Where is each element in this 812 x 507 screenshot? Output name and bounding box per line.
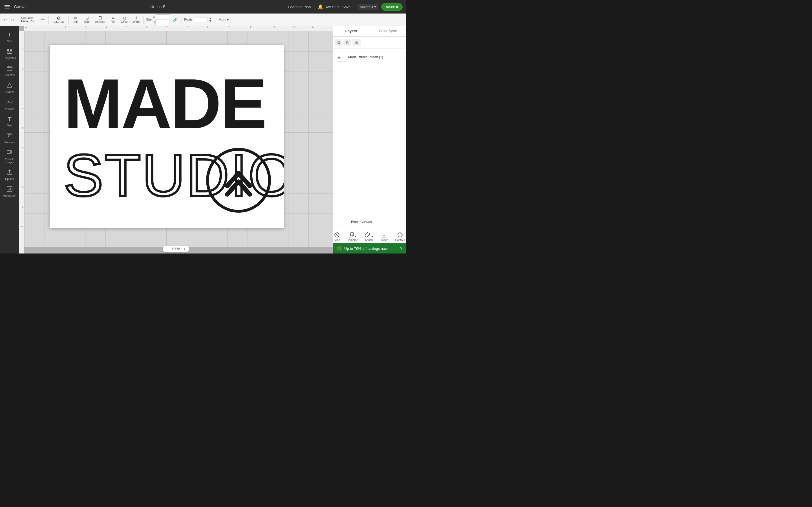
redo-button[interactable]: ↪	[10, 16, 16, 23]
contour-icon	[397, 232, 403, 238]
svg-rect-4	[7, 53, 12, 54]
combine-icon	[348, 232, 354, 238]
tab-layers[interactable]: Layers	[333, 26, 370, 36]
sidebar-item-label: New	[7, 40, 12, 43]
phrases-icon	[6, 132, 13, 140]
hamburger-menu[interactable]	[3, 4, 11, 10]
promo-icon: 🌿	[336, 246, 342, 251]
edit-icon: ✏	[74, 16, 78, 20]
combine-op[interactable]: ▾ Combine	[347, 232, 358, 242]
delete-layer-button[interactable]: 🗑	[352, 39, 361, 46]
offset-tool[interactable]: ◎ Offset	[119, 15, 130, 24]
zoom-out-button[interactable]: −	[165, 246, 169, 251]
learning-plan-link[interactable]: Learning Plan	[288, 5, 311, 9]
promo-banner: 🌿 Up to 70% off savings now ×	[333, 243, 406, 253]
warp-tool[interactable]: ⌇ Warp	[131, 15, 141, 24]
flatten-label: Flatten	[380, 238, 389, 242]
arrange-tool[interactable]: ⧠ Arrange	[93, 15, 107, 24]
svg-rect-5	[7, 67, 12, 71]
my-stuff-link[interactable]: My Stuff	[326, 5, 340, 9]
zoom-level: 100%	[172, 247, 181, 251]
sidebar-item-phrases[interactable]: Phrases	[1, 130, 18, 147]
flatten-op[interactable]: Flatten	[380, 232, 389, 242]
new-icon: ＋	[6, 31, 13, 39]
zoom-in-button[interactable]: +	[183, 246, 186, 251]
rotate-input[interactable]	[194, 17, 208, 22]
monogram-icon: M	[6, 186, 13, 193]
height-input[interactable]	[155, 20, 169, 25]
divider-2	[37, 16, 37, 24]
maker-chevron: ▾	[374, 5, 376, 9]
undo-button[interactable]: ↩	[2, 16, 9, 23]
svg-rect-3	[7, 52, 12, 52]
size-group: Size W H 🔗	[146, 14, 179, 25]
sidebar-item-editable-images[interactable]: EditableImages	[1, 147, 18, 166]
promo-close-button[interactable]: ×	[400, 245, 403, 251]
layer-item[interactable]: M S Made_studio_green (1)	[335, 51, 404, 63]
select-all-button[interactable]: ⚙ Select All	[51, 15, 66, 24]
make-it-button[interactable]: Make It	[381, 3, 403, 11]
templates-icon	[6, 48, 13, 56]
more-button[interactable]: More ▾	[216, 17, 231, 23]
sidebar-editable-images-label: EditableImages	[5, 158, 14, 164]
copy-layer-button[interactable]: ⎘	[344, 39, 351, 46]
rotate-up[interactable]: ▲	[209, 17, 212, 20]
attach-label: Attach	[365, 238, 373, 242]
main-layout: ＋ New Templates	[0, 26, 406, 253]
right-panel: Layers Color Sync ⧉ ⎘ 🗑 M S Made_studio_…	[333, 26, 406, 253]
contour-op[interactable]: Contour	[395, 232, 405, 242]
svg-marker-7	[7, 83, 12, 87]
blank-canvas-item[interactable]: Blank Canvas	[335, 216, 404, 228]
sidebar-item-shapes[interactable]: Shapes	[1, 80, 18, 96]
sidebar-upload-label: Upload	[5, 177, 14, 181]
projects-icon	[6, 65, 13, 73]
slice-op[interactable]: Slice	[334, 232, 340, 242]
operation-selector[interactable]: Operation Basic Cut	[21, 16, 35, 23]
more-label: More	[219, 18, 226, 22]
svg-rect-6	[8, 66, 9, 67]
attach-op[interactable]: ▾ Attach	[365, 232, 373, 242]
tab-color-sync[interactable]: Color Sync	[370, 26, 406, 36]
sidebar-item-projects[interactable]: Projects	[1, 63, 18, 79]
sidebar-item-new[interactable]: ＋ New	[1, 28, 18, 45]
save-link[interactable]: Save	[342, 5, 351, 9]
align-label: Align	[84, 20, 90, 23]
sidebar-item-images[interactable]: Images	[1, 97, 18, 113]
divider-1	[18, 16, 19, 24]
sidebar-item-monogram[interactable]: M Monogram	[1, 184, 18, 200]
flip-tool[interactable]: ⇔ Flip	[108, 15, 118, 24]
operation-label: Operation	[21, 16, 34, 19]
notifications-bell[interactable]: 🔔	[318, 4, 323, 10]
bottom-operations: Slice ▾ Combine ▾	[333, 230, 406, 243]
sidebar-phrases-label: Phrases	[4, 141, 15, 144]
edit-tool[interactable]: ✏ Edit	[71, 15, 81, 24]
operation-value: Basic Cut	[21, 19, 35, 23]
align-icon: ⊟	[86, 16, 89, 20]
width-label: W	[153, 15, 155, 18]
flatten-icon	[381, 232, 387, 238]
select-all-label: Select All	[53, 21, 64, 24]
duplicate-layer-button[interactable]: ⧉	[335, 39, 342, 46]
sidebar-projects-label: Projects	[4, 73, 15, 77]
svg-point-26	[398, 233, 402, 237]
layer-thumbnail: M S	[337, 53, 346, 62]
rotate-down[interactable]: ▼	[209, 20, 212, 22]
canvas-area[interactable]: 0 1 2 3 4 5 6 7 8 9 10 11 12 13 14 1 2 3	[19, 26, 333, 253]
width-input[interactable]	[156, 14, 170, 19]
sidebar-item-templates[interactable]: Templates	[1, 46, 18, 62]
sidebar-templates-label: Templates	[3, 57, 16, 60]
more-chevron-icon: ▾	[227, 18, 229, 22]
size-lock-button[interactable]: 🔗	[171, 16, 179, 23]
design-element[interactable]: MADE STUDIO	[50, 45, 284, 228]
divider-5	[144, 16, 144, 24]
canvas-content[interactable]: MADE STUDIO	[24, 31, 333, 247]
layer-actions: ⧉ ⎘ 🗑	[333, 37, 406, 49]
pen-tool-button[interactable]: ✏	[39, 16, 46, 23]
sidebar-item-text[interactable]: T Text	[1, 114, 18, 129]
operation-group: Operation Basic Cut	[21, 16, 35, 23]
design-canvas[interactable]: MADE STUDIO	[50, 45, 284, 228]
align-tool[interactable]: ⊟ Align	[82, 15, 92, 24]
maker-selector[interactable]: Maker 3 ▾	[357, 4, 378, 10]
sidebar-item-upload[interactable]: Upload	[1, 167, 18, 183]
left-sidebar: ＋ New Templates	[0, 26, 19, 253]
